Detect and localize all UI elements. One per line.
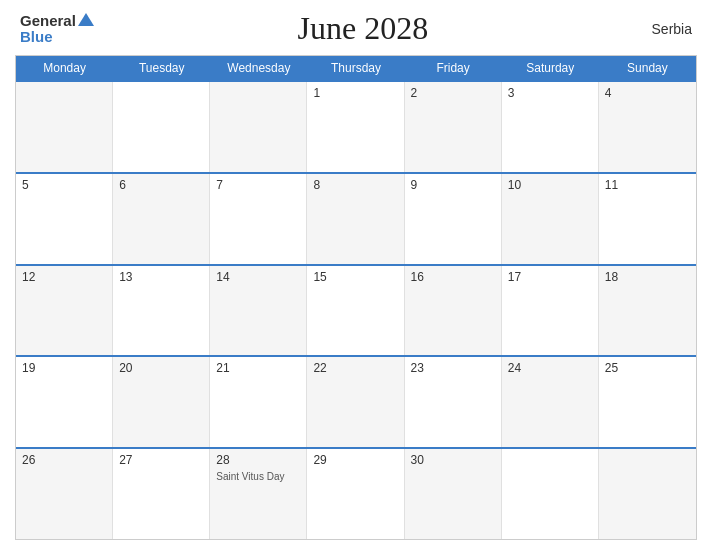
day-number: 15 <box>313 270 397 284</box>
day-cell <box>210 82 307 172</box>
title-area: June 2028 <box>94 10 632 47</box>
day-number: 2 <box>411 86 495 100</box>
day-cell: 11 <box>599 174 696 264</box>
logo-triangle-icon <box>78 13 94 26</box>
day-cell: 22 <box>307 357 404 447</box>
day-cell: 16 <box>405 266 502 356</box>
day-cell: 6 <box>113 174 210 264</box>
day-number: 30 <box>411 453 495 467</box>
day-cell: 26 <box>16 449 113 539</box>
day-cell: 9 <box>405 174 502 264</box>
day-number: 7 <box>216 178 300 192</box>
day-number: 19 <box>22 361 106 375</box>
day-cell: 29 <box>307 449 404 539</box>
day-cell: 17 <box>502 266 599 356</box>
day-cell <box>599 449 696 539</box>
day-header-thursday: Thursday <box>307 56 404 80</box>
day-cell: 13 <box>113 266 210 356</box>
day-number: 18 <box>605 270 690 284</box>
calendar-header: General Blue June 2028 Serbia <box>15 10 697 47</box>
day-cell: 5 <box>16 174 113 264</box>
day-header-tuesday: Tuesday <box>113 56 210 80</box>
calendar-title: June 2028 <box>94 10 632 47</box>
day-cell: 4 <box>599 82 696 172</box>
day-number: 17 <box>508 270 592 284</box>
day-number: 20 <box>119 361 203 375</box>
day-cell: 19 <box>16 357 113 447</box>
day-cell: 7 <box>210 174 307 264</box>
day-headers: MondayTuesdayWednesdayThursdayFridaySatu… <box>16 56 696 80</box>
day-cell: 28Saint Vitus Day <box>210 449 307 539</box>
day-number: 14 <box>216 270 300 284</box>
logo-blue-text: Blue <box>20 28 53 45</box>
calendar-grid: MondayTuesdayWednesdayThursdayFridaySatu… <box>15 55 697 540</box>
week-row-3: 12131415161718 <box>16 264 696 356</box>
day-number: 21 <box>216 361 300 375</box>
day-cell <box>502 449 599 539</box>
day-number: 4 <box>605 86 690 100</box>
day-number: 9 <box>411 178 495 192</box>
day-number: 23 <box>411 361 495 375</box>
day-number: 3 <box>508 86 592 100</box>
day-number: 24 <box>508 361 592 375</box>
week-row-2: 567891011 <box>16 172 696 264</box>
day-cell: 25 <box>599 357 696 447</box>
day-header-friday: Friday <box>405 56 502 80</box>
logo-general-text: General <box>20 13 76 28</box>
day-number: 10 <box>508 178 592 192</box>
day-cell: 20 <box>113 357 210 447</box>
day-cell: 2 <box>405 82 502 172</box>
day-number: 12 <box>22 270 106 284</box>
day-number: 28 <box>216 453 300 467</box>
calendar-container: General Blue June 2028 Serbia MondayTues… <box>0 0 712 550</box>
day-number: 11 <box>605 178 690 192</box>
day-cell: 12 <box>16 266 113 356</box>
day-cell: 3 <box>502 82 599 172</box>
day-header-sunday: Sunday <box>599 56 696 80</box>
week-row-5: 262728Saint Vitus Day2930 <box>16 447 696 539</box>
day-number: 5 <box>22 178 106 192</box>
day-cell: 30 <box>405 449 502 539</box>
day-cell: 15 <box>307 266 404 356</box>
day-number: 26 <box>22 453 106 467</box>
weeks-container: 1234567891011121314151617181920212223242… <box>16 80 696 539</box>
day-header-monday: Monday <box>16 56 113 80</box>
day-number: 25 <box>605 361 690 375</box>
day-number: 1 <box>313 86 397 100</box>
day-event: Saint Vitus Day <box>216 471 300 482</box>
logo: General Blue <box>20 13 94 45</box>
day-header-wednesday: Wednesday <box>210 56 307 80</box>
day-cell: 27 <box>113 449 210 539</box>
day-cell: 10 <box>502 174 599 264</box>
day-cell: 21 <box>210 357 307 447</box>
day-cell: 14 <box>210 266 307 356</box>
day-cell: 1 <box>307 82 404 172</box>
day-number: 6 <box>119 178 203 192</box>
day-number: 27 <box>119 453 203 467</box>
day-number: 16 <box>411 270 495 284</box>
day-cell: 8 <box>307 174 404 264</box>
day-header-saturday: Saturday <box>502 56 599 80</box>
country-label: Serbia <box>632 21 692 37</box>
day-number: 22 <box>313 361 397 375</box>
week-row-1: 1234 <box>16 80 696 172</box>
day-cell: 24 <box>502 357 599 447</box>
day-cell <box>16 82 113 172</box>
week-row-4: 19202122232425 <box>16 355 696 447</box>
day-cell <box>113 82 210 172</box>
day-number: 13 <box>119 270 203 284</box>
day-cell: 23 <box>405 357 502 447</box>
day-number: 29 <box>313 453 397 467</box>
day-number: 8 <box>313 178 397 192</box>
day-cell: 18 <box>599 266 696 356</box>
